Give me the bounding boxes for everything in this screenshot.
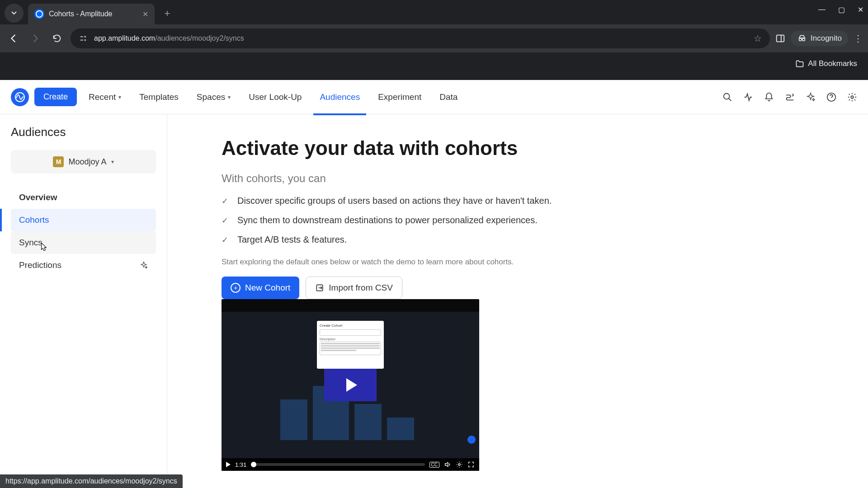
amplitude-logo-icon bbox=[14, 92, 25, 103]
close-window-icon[interactable]: ✕ bbox=[858, 5, 863, 14]
video-badge-icon bbox=[467, 436, 476, 444]
sidebar-item-cohorts[interactable]: Cohorts bbox=[11, 209, 156, 231]
video-dialog-preview: Create Cohort Description bbox=[317, 321, 384, 369]
list-item: ✓ Target A/B tests & features. bbox=[222, 235, 814, 245]
svg-point-3 bbox=[84, 39, 86, 41]
sidebar-item-syncs[interactable]: Syncs bbox=[11, 231, 156, 254]
nav-data[interactable]: Data bbox=[433, 88, 464, 107]
video-time: 1:31 bbox=[235, 461, 246, 468]
reload-icon bbox=[52, 33, 62, 43]
sidebar-item-overview[interactable]: Overview bbox=[11, 186, 156, 209]
action-buttons: + New Cohort Import from CSV bbox=[222, 277, 814, 299]
video-controls: 1:31 CC bbox=[222, 458, 479, 471]
site-settings-icon[interactable] bbox=[79, 33, 89, 43]
app-header: Create Recent ▾ Templates Spaces ▾ User … bbox=[0, 80, 868, 114]
window-controls: — ▢ ✕ bbox=[818, 5, 863, 14]
nav-spaces[interactable]: Spaces ▾ bbox=[190, 88, 237, 107]
check-icon: ✓ bbox=[222, 235, 228, 245]
workspace-badge: M bbox=[53, 156, 64, 167]
sidebar-item-predictions[interactable]: Predictions bbox=[11, 254, 156, 277]
volume-icon[interactable] bbox=[444, 461, 451, 468]
sidebar: Audiences M Moodjoy A ▾ Overview Cohorts… bbox=[0, 114, 167, 488]
nav-recent[interactable]: Recent ▾ bbox=[82, 88, 127, 107]
list-item: ✓ Sync them to downstream destinations t… bbox=[222, 215, 814, 225]
import-csv-button[interactable]: Import from CSV bbox=[306, 277, 402, 299]
address-bar: app.amplitude.com/audiences/moodjoy2/syn… bbox=[0, 24, 868, 52]
svg-point-10 bbox=[851, 96, 854, 99]
help-icon[interactable] bbox=[826, 92, 836, 102]
bell-icon[interactable] bbox=[764, 92, 774, 102]
incognito-indicator[interactable]: Incognito bbox=[791, 31, 848, 46]
tab-search-button[interactable] bbox=[5, 4, 24, 23]
chevron-down-icon: ▾ bbox=[111, 159, 114, 165]
header-icons bbox=[722, 92, 857, 102]
play-button[interactable] bbox=[324, 369, 377, 401]
chevron-down-icon: ▾ bbox=[118, 94, 121, 100]
workspace-picker[interactable]: M Moodjoy A ▾ bbox=[11, 150, 156, 174]
bookmark-star-icon[interactable]: ☆ bbox=[754, 33, 762, 44]
forward-button bbox=[27, 30, 43, 47]
tab-title: Cohorts - Amplitude bbox=[49, 10, 138, 18]
demo-video[interactable]: Create Cohort Description 1:31 bbox=[222, 299, 479, 471]
reload-button[interactable] bbox=[49, 30, 65, 47]
search-icon[interactable] bbox=[722, 92, 732, 102]
svg-point-12 bbox=[458, 464, 460, 465]
sparkle-icon bbox=[140, 261, 148, 269]
url-text: app.amplitude.com/audiences/moodjoy2/syn… bbox=[94, 34, 244, 42]
browser-tab[interactable]: Cohorts - Amplitude ✕ bbox=[28, 4, 155, 24]
browser-chrome: Cohorts - Amplitude ✕ + — ▢ ✕ app.amplit… bbox=[0, 0, 868, 80]
page-subtitle: With cohorts, you can bbox=[222, 172, 814, 185]
svg-rect-1 bbox=[80, 40, 84, 41]
activity-icon[interactable] bbox=[743, 92, 753, 102]
sparkle-icon[interactable] bbox=[806, 92, 816, 102]
sidebar-nav: Overview Cohorts Syncs Predictions bbox=[11, 186, 156, 277]
page-title: Activate your data with cohorts bbox=[222, 137, 814, 160]
sidebar-title: Audiences bbox=[11, 125, 156, 139]
chevron-down-icon bbox=[11, 10, 17, 16]
app-body: Audiences M Moodjoy A ▾ Overview Cohorts… bbox=[0, 114, 868, 488]
main-content: Activate your data with cohorts With coh… bbox=[167, 114, 868, 488]
fullscreen-icon[interactable] bbox=[467, 461, 475, 468]
svg-point-2 bbox=[84, 36, 86, 38]
plus-circle-icon: + bbox=[231, 283, 241, 293]
import-icon bbox=[315, 283, 324, 292]
play-icon[interactable] bbox=[226, 462, 231, 467]
nav-templates[interactable]: Templates bbox=[133, 88, 185, 107]
amplitude-logo[interactable] bbox=[11, 88, 29, 106]
play-icon bbox=[346, 378, 357, 392]
nav-user-lookup[interactable]: User Look-Up bbox=[242, 88, 308, 107]
tab-strip: Cohorts - Amplitude ✕ + bbox=[0, 0, 868, 24]
flow-icon[interactable] bbox=[785, 92, 795, 102]
side-panel-icon[interactable] bbox=[775, 33, 785, 43]
minimize-icon[interactable]: — bbox=[818, 5, 826, 14]
svg-point-7 bbox=[724, 93, 730, 99]
nav-audiences[interactable]: Audiences bbox=[313, 88, 366, 107]
incognito-icon bbox=[797, 33, 807, 43]
status-bar: https://app.amplitude.com/audiences/mood… bbox=[0, 474, 183, 488]
gear-icon[interactable] bbox=[847, 92, 857, 102]
back-button[interactable] bbox=[5, 30, 22, 47]
check-icon: ✓ bbox=[222, 216, 228, 225]
new-tab-button[interactable]: + bbox=[159, 5, 175, 22]
app: Create Recent ▾ Templates Spaces ▾ User … bbox=[0, 80, 868, 488]
browser-menu-icon[interactable]: ⋮ bbox=[854, 33, 863, 44]
close-icon[interactable]: ✕ bbox=[142, 10, 148, 19]
svg-rect-0 bbox=[80, 36, 84, 38]
workspace-name: Moodjoy A bbox=[68, 157, 106, 167]
captions-icon[interactable]: CC bbox=[429, 462, 439, 468]
nav-experiment[interactable]: Experiment bbox=[372, 88, 428, 107]
folder-icon bbox=[795, 59, 804, 68]
gear-icon[interactable] bbox=[456, 461, 463, 468]
arrow-right-icon bbox=[30, 33, 40, 43]
arrow-left-icon bbox=[9, 33, 19, 43]
bookmarks-bar: All Bookmarks bbox=[0, 52, 868, 75]
maximize-icon[interactable]: ▢ bbox=[838, 5, 845, 14]
url-field[interactable]: app.amplitude.com/audiences/moodjoy2/syn… bbox=[71, 28, 770, 48]
svg-rect-4 bbox=[777, 35, 784, 42]
video-progress[interactable] bbox=[251, 463, 425, 466]
new-cohort-button[interactable]: + New Cohort bbox=[222, 277, 299, 299]
all-bookmarks-button[interactable]: All Bookmarks bbox=[795, 59, 857, 68]
chevron-down-icon: ▾ bbox=[228, 94, 231, 100]
bullet-list: ✓ Discover specific groups of users base… bbox=[222, 196, 814, 245]
create-button[interactable]: Create bbox=[34, 88, 77, 106]
